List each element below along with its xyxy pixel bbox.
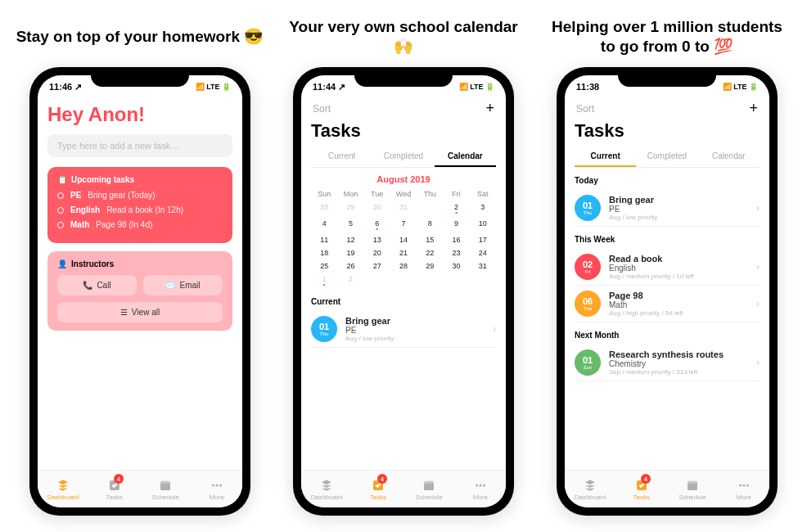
calendar-day[interactable]: 21 [390,246,417,259]
calendar-day[interactable]: 4 [311,217,337,233]
calendar-day[interactable]: 22 [417,246,443,259]
list-item[interactable]: 01Thu Bring gear PE Aug / low priority › [311,311,496,348]
calendar-day[interactable]: 3 [470,201,496,217]
calendar-day[interactable]: 1 [417,201,443,217]
list-item[interactable]: 06Tue Page 98MathAug / high priority / 5… [575,286,760,322]
tab-more[interactable]: More [719,471,770,507]
email-button[interactable]: ✉️ Email [143,275,223,295]
view-all-button[interactable]: ☰ View all [57,302,223,322]
date-badge: 01Sun [575,349,601,376]
list-item[interactable]: 01Sun Research synthesis routesChemistry… [575,345,760,381]
svg-point-17 [746,484,749,486]
tasks-badge: 4 [114,474,124,484]
calendar-day[interactable] [417,273,443,289]
calendar-day[interactable]: 5 [337,217,363,233]
current-section-label: Current [311,297,496,306]
tab-schedule[interactable]: Schedule [140,471,192,507]
tab-completed[interactable]: Completed [372,147,434,167]
date-badge: 06Tue [575,291,601,317]
add-task-input[interactable]: Type here to add a new task… [47,134,232,157]
phone-frame: 11:44 ↗ 📶 LTE 🔋 Sort+ Tasks CurrentCompl… [293,67,514,516]
calendar-day[interactable]: 30 [443,259,469,273]
calendar-day[interactable]: 26 [337,259,363,273]
tab-more[interactable]: More [455,471,507,507]
tab-current[interactable]: Current [311,147,372,167]
tab-tasks[interactable]: 4Tasks [89,471,141,507]
task-row[interactable]: PE Bring gear (Today) [57,191,223,200]
svg-point-4 [215,484,218,486]
segment-tabs: CurrentCompletedCalendar [575,147,760,168]
svg-point-15 [739,484,742,486]
calendar-day[interactable] [443,273,469,289]
calendar-day[interactable]: 23 [443,246,469,259]
tab-calendar[interactable]: Calendar [435,147,496,167]
tab-dashboard[interactable]: Dashboard [565,471,616,507]
tab-bar: Dashboard4TasksScheduleMore [565,470,769,507]
calendar-day[interactable]: 2 [337,273,363,289]
dow-label: Sat [470,187,496,201]
svg-rect-14 [688,480,697,483]
calendar-day[interactable]: 31 [470,259,496,273]
calendar-day[interactable]: 11 [311,233,337,246]
calendar-day[interactable]: 29 [337,201,363,217]
add-icon[interactable]: + [485,100,494,117]
calendar-day[interactable]: 31 [390,201,417,217]
svg-point-16 [742,484,745,486]
tasks-badge: 4 [377,474,387,484]
calendar-day[interactable]: 28 [390,259,417,273]
task-checkbox-icon[interactable] [57,192,64,199]
calendar-day[interactable]: 2 [443,201,469,217]
calendar-day[interactable]: 29 [417,259,443,273]
list-item[interactable]: 02Fri Read a bookEnglishAug / medium pri… [575,249,760,286]
calendar-day[interactable]: 14 [390,233,417,246]
calendar-day[interactable]: 9 [443,217,469,233]
calendar-day[interactable]: 27 [364,259,390,273]
calendar-day[interactable]: 6 [364,217,390,233]
app-screenshot-1: Stay on top of your homework 😎 11:46 ↗ 📶… [16,16,265,516]
tab-tasks[interactable]: 4Tasks [616,471,668,507]
add-icon[interactable]: + [749,100,758,117]
calendar-day[interactable]: 30 [364,201,390,217]
status-bar: 11:38 📶 LTE 🔋 [565,75,769,98]
tab-dashboard[interactable]: Dashboard [301,471,353,507]
calendar-day[interactable] [364,273,390,289]
date-badge: 02Fri [575,254,601,280]
upcoming-tasks-card: 📋 Upcoming tasks PE Bring gear (Today)En… [47,167,232,243]
calendar-day[interactable]: 12 [337,233,363,246]
calendar-day[interactable]: 10 [470,217,496,233]
sort-button[interactable]: Sort [576,103,594,115]
tab-schedule[interactable]: Schedule [667,471,719,507]
call-button[interactable]: 📞 Call [57,275,137,295]
tab-completed[interactable]: Completed [636,147,697,167]
calendar-day[interactable]: 17 [470,233,496,246]
calendar-day[interactable]: 20 [364,246,390,259]
calendar-day[interactable]: 24 [470,246,496,259]
calendar-day[interactable] [470,273,496,289]
task-row[interactable]: Math Page 98 (In 4d) [57,220,223,229]
headline-2: Your very own school calendar 🙌 [279,16,529,57]
status-time: 11:38 [576,82,599,92]
calendar-day[interactable]: 15 [417,233,443,246]
tab-schedule[interactable]: Schedule [404,471,455,507]
task-row[interactable]: English Read a book (In 12h) [57,205,223,214]
calendar-day[interactable]: 1 [311,273,337,289]
tab-tasks[interactable]: 4Tasks [353,471,404,507]
calendar-day[interactable]: 7 [390,217,417,233]
calendar-day[interactable]: 18 [311,246,337,259]
calendar-day[interactable]: 25 [311,259,337,273]
sort-button[interactable]: Sort [313,103,331,115]
tab-calendar[interactable]: Calendar [698,147,760,167]
phone-frame: 11:38 📶 LTE 🔋 Sort+ Tasks CurrentComplet… [557,67,778,516]
calendar-day[interactable]: 13 [364,233,390,246]
tab-dashboard[interactable]: Dashboard [38,471,89,507]
calendar-day[interactable]: 16 [443,233,469,246]
tab-more[interactable]: More [192,471,243,507]
task-checkbox-icon[interactable] [57,207,64,214]
calendar-day[interactable]: 8 [417,217,443,233]
task-checkbox-icon[interactable] [57,222,64,228]
calendar-day[interactable]: 28 [311,201,337,217]
calendar-day[interactable]: 19 [337,246,363,259]
tab-current[interactable]: Current [575,147,636,167]
calendar-day[interactable] [390,273,417,289]
list-item[interactable]: 01Thu Bring gearPEAug / low priority › [575,190,760,227]
